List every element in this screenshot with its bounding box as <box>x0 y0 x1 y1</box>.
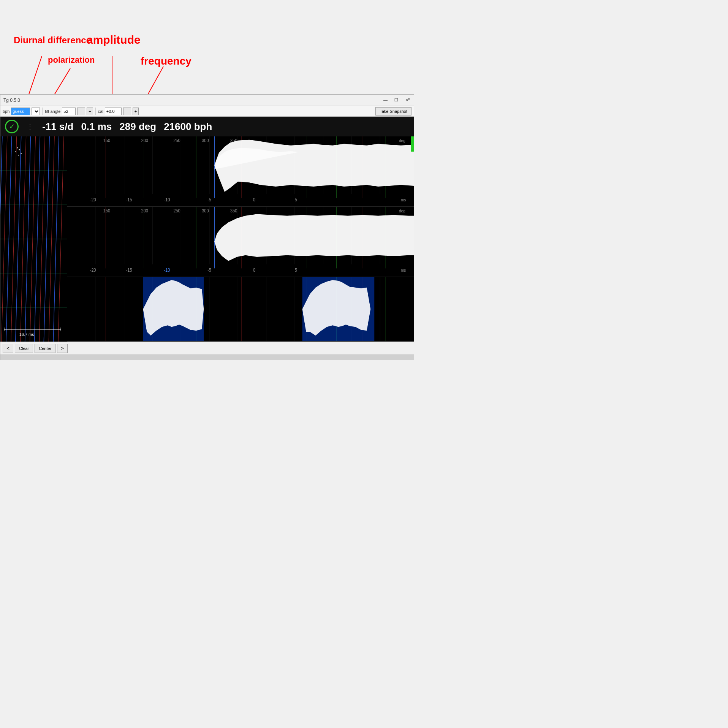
left-panel: 16.7 ms <box>0 136 67 342</box>
svg-text:200: 200 <box>141 138 148 143</box>
svg-text:-10: -10 <box>164 198 170 202</box>
annotation-diurnal: Diurnal difference <box>14 35 91 46</box>
svg-point-26 <box>15 151 16 152</box>
svg-text:300: 300 <box>202 209 209 213</box>
app-title: Tg 0.5.0 <box>3 98 381 103</box>
deg-value: 289 deg <box>119 121 156 133</box>
main-content: 16.7 ms <box>0 136 414 342</box>
status-bar: ✓ ⋮ -11 s/d 0.1 ms 289 deg 21600 bph <box>0 117 414 136</box>
svg-text:deg: deg <box>399 209 405 213</box>
svg-text:16.7 ms: 16.7 ms <box>19 332 34 337</box>
lift-angle-inc[interactable]: + <box>87 108 93 115</box>
scrollbar[interactable] <box>0 355 414 360</box>
green-indicator <box>411 136 414 152</box>
svg-text:350: 350 <box>230 209 237 213</box>
cal-inc[interactable]: + <box>133 108 139 115</box>
svg-text:-20: -20 <box>90 198 96 202</box>
svg-text:ms: ms <box>401 268 406 272</box>
svg-text:5: 5 <box>295 198 297 202</box>
svg-marker-103 <box>214 214 414 261</box>
cal-dec[interactable]: — <box>123 108 131 115</box>
waveform-bottom <box>67 277 414 342</box>
annotation-polarization: polarization <box>48 55 95 65</box>
rate-value: -11 s/d <box>42 121 73 133</box>
bottom-controls: < Clear Center > <box>0 342 414 355</box>
svg-point-28 <box>18 155 19 156</box>
svg-text:0: 0 <box>253 268 255 272</box>
lift-angle-dec[interactable]: — <box>77 108 85 115</box>
svg-text:300: 300 <box>202 138 209 143</box>
bph-select[interactable] <box>32 108 40 115</box>
waveform-bottom-svg <box>67 277 414 341</box>
cal-input[interactable] <box>105 108 122 115</box>
svg-point-24 <box>17 147 18 149</box>
waveform-mid-svg: 150 200 250 300 350 deg -20 -15 -10 -5 0… <box>67 207 414 277</box>
status-circle: ✓ <box>5 120 19 133</box>
bph-label: bph <box>3 109 9 114</box>
cal-label: cal <box>98 109 103 114</box>
svg-text:-5: -5 <box>207 268 211 272</box>
svg-text:150: 150 <box>103 138 110 143</box>
toolbar: bph lift angle — + cal — + Take Snapshot <box>0 106 414 117</box>
app-window: Tg 0.5.0 — ❐ ✕ ≡ bph lift angle — + cal … <box>0 94 414 360</box>
svg-text:-10: -10 <box>164 268 170 272</box>
center-button[interactable]: Center <box>35 344 55 353</box>
svg-text:5: 5 <box>295 268 297 272</box>
waveform-top-svg: 150 200 250 300 350 deg -20 -15 -10 -5 0… <box>67 136 414 206</box>
right-panel: 150 200 250 300 350 deg -20 -15 -10 -5 0… <box>67 136 414 342</box>
lift-angle-input[interactable] <box>62 108 76 115</box>
menu-button[interactable]: ≡ <box>405 97 412 101</box>
svg-text:150: 150 <box>103 209 110 213</box>
svg-text:-5: -5 <box>207 198 211 202</box>
trace-display: 16.7 ms <box>0 136 67 342</box>
annotation-amplitude: amplitude <box>87 33 141 46</box>
status-dots: ⋮ <box>26 122 35 131</box>
annotation-frequency: frequency <box>141 55 191 67</box>
svg-text:250: 250 <box>173 138 180 143</box>
svg-text:0: 0 <box>253 198 255 202</box>
svg-text:-20: -20 <box>90 268 96 272</box>
lift-angle-label: lift angle <box>45 109 60 114</box>
ms-value: 0.1 ms <box>81 121 112 133</box>
svg-text:200: 200 <box>141 209 148 213</box>
svg-point-27 <box>21 153 22 154</box>
snapshot-button[interactable]: Take Snapshot <box>375 107 411 116</box>
bph-value: 21600 bph <box>164 121 212 133</box>
title-bar: Tg 0.5.0 — ❐ ✕ ≡ <box>0 95 414 106</box>
waveform-top: 150 200 250 300 350 deg -20 -15 -10 -5 0… <box>67 136 414 207</box>
svg-text:-15: -15 <box>126 268 132 272</box>
svg-text:-15: -15 <box>126 198 132 202</box>
svg-text:ms: ms <box>401 198 406 202</box>
status-check-icon: ✓ <box>9 122 15 131</box>
svg-text:250: 250 <box>173 209 180 213</box>
restore-button[interactable]: ❐ <box>392 98 400 103</box>
next-button[interactable]: > <box>57 344 68 353</box>
clear-button[interactable]: Clear <box>15 344 33 353</box>
minimize-button[interactable]: — <box>381 98 390 103</box>
bph-input[interactable] <box>11 108 30 115</box>
waveform-mid: 150 200 250 300 350 deg -20 -15 -10 -5 0… <box>67 207 414 277</box>
prev-button[interactable]: < <box>3 344 13 353</box>
svg-text:deg: deg <box>399 139 405 143</box>
svg-point-25 <box>19 149 20 150</box>
